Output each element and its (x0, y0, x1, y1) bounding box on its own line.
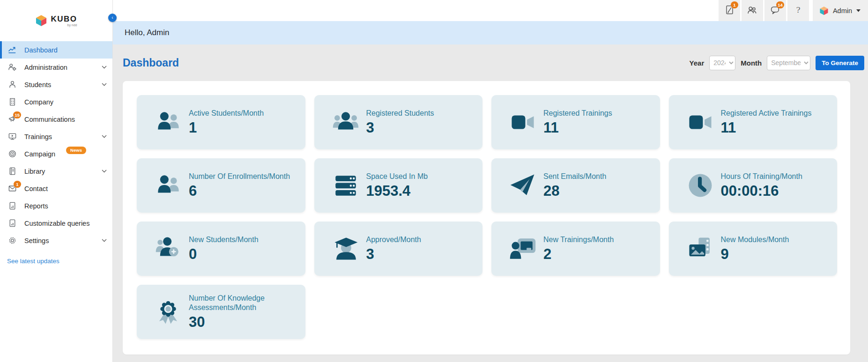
users-button[interactable] (742, 0, 763, 21)
stat-value: 3 (366, 246, 421, 262)
envelope-icon: 1 (7, 184, 17, 193)
generate-button[interactable]: To Generate (816, 56, 864, 70)
presenter-icon (508, 235, 537, 262)
chevron-down-icon (102, 135, 107, 138)
see-latest-updates-link[interactable]: See latest updates (7, 258, 59, 265)
stat-value: 30 (189, 314, 298, 330)
sidebar-item-label: Settings (24, 237, 49, 244)
stat-value: 2 (543, 246, 614, 262)
stat-value: 3 (366, 120, 434, 136)
media-modules-icon (686, 235, 715, 262)
stat-card: Active Students/Month 1 (137, 95, 305, 149)
sidebar-collapse-button[interactable]: ‹ (108, 14, 117, 22)
stat-label: New Modules/Month (721, 235, 789, 244)
help-button[interactable]: ? (787, 0, 809, 21)
page-title: Dashboard (123, 57, 179, 69)
server-stack-icon (331, 172, 360, 199)
messages-button[interactable]: 14 (764, 0, 786, 21)
sidebar-item-students[interactable]: Students (0, 76, 112, 93)
chevron-down-icon (102, 83, 107, 86)
sidebar-item-label: Contact (24, 185, 48, 192)
book-icon (7, 167, 17, 176)
question-mark-icon: ? (793, 5, 803, 16)
stat-card: Number Of Knowledge Assessments/Month 30 (137, 285, 305, 339)
sidebar-item-label: Students (24, 81, 51, 89)
sidebar-item-label: Trainings (24, 133, 52, 140)
sidebar-item-label: Administration (24, 64, 67, 71)
kubo-cube-icon (819, 6, 829, 15)
stat-value: 1 (189, 120, 264, 136)
logo-byline: by ndd (67, 23, 77, 27)
hello-bar: Hello, Admin (113, 21, 868, 44)
stat-label: Number Of Enrollments/Month (189, 172, 290, 181)
logo-brand: KUBO (51, 15, 77, 23)
admin-menu[interactable]: Admin (813, 0, 868, 21)
month-select[interactable]: September (767, 56, 810, 70)
stat-card: Hours Of Training/Month 00:00:16 (669, 158, 838, 213)
query-document-icon (7, 219, 17, 228)
medal-icon (154, 298, 183, 325)
user-plus-icon (154, 235, 183, 262)
notes-badge: 1 (731, 1, 738, 8)
stats-panel: Active Students/Month 1 Registered Stude… (123, 81, 850, 355)
chevron-down-icon (102, 239, 107, 242)
sidebar-item-label: Campaign (24, 150, 55, 158)
video-camera-icon (686, 109, 715, 136)
dashboard-chart-icon (7, 45, 17, 55)
user-group-icon (331, 109, 360, 136)
sidebar-item-contact[interactable]: 1 Contact (0, 180, 112, 197)
stat-card: Number Of Enrollments/Month 6 (137, 158, 305, 213)
graduate-icon (331, 235, 360, 262)
paper-plane-icon (508, 172, 537, 199)
stat-label: Sent Emails/Month (543, 172, 606, 181)
month-label: Month (741, 59, 762, 67)
stat-card: Space Used In Mb 1953.4 (314, 158, 483, 213)
topbar: 1 14 ? Admin (113, 0, 868, 21)
gear-icon (7, 236, 17, 245)
main-area: 1 14 ? Admin ‹ (113, 0, 868, 362)
stat-label: Space Used In Mb (366, 172, 428, 181)
users-icon (154, 172, 183, 199)
admin-user-gear-icon (7, 63, 17, 72)
kubo-cube-icon (35, 15, 47, 27)
stat-card: Sent Emails/Month 28 (491, 158, 660, 213)
sidebar-item-label: Customizable queries (24, 220, 89, 227)
sidebar-item-campaign[interactable]: Campaign News (0, 145, 112, 163)
notes-button[interactable]: 1 (719, 0, 740, 21)
year-select[interactable]: 2024 (709, 56, 735, 70)
stat-label: New Students/Month (189, 235, 259, 244)
sidebar-item-label: Communications (24, 116, 75, 123)
stat-value: 00:00:16 (721, 183, 802, 199)
stat-card: Approved/Month 3 (314, 222, 483, 276)
sidebar-item-label: Reports (24, 202, 48, 210)
stat-card: Registered Active Trainings 11 (669, 95, 838, 149)
sidebar-item-trainings[interactable]: Trainings (0, 128, 112, 145)
stat-value: 11 (543, 120, 612, 136)
chevron-down-icon (102, 66, 107, 69)
stat-label: Registered Trainings (543, 109, 612, 118)
stat-label: Number Of Knowledge Assessments/Month (189, 294, 298, 313)
sidebar-item-library[interactable]: Library (0, 163, 112, 180)
target-icon (7, 149, 17, 159)
filters: Year 2024 Month September To Generate (690, 56, 864, 70)
campaign-news-badge: News (66, 147, 86, 154)
sidebar-item-administration[interactable]: Administration (0, 59, 112, 76)
app-logo: KUBO by ndd (0, 0, 112, 41)
sidebar-item-label: Company (24, 98, 53, 106)
megaphone-icon: 15 (7, 115, 17, 124)
sidebar-item-label: Dashboard (24, 46, 58, 54)
communications-badge: 15 (13, 111, 21, 118)
sidebar-item-communications[interactable]: 15 Communications (0, 111, 112, 128)
year-label: Year (690, 59, 705, 67)
video-camera-icon (508, 109, 537, 136)
clock-icon (686, 172, 715, 199)
person-icon (7, 80, 17, 89)
sidebar-item-dashboard[interactable]: Dashboard (0, 41, 112, 59)
stat-card: New Students/Month 0 (137, 222, 305, 276)
sidebar-item-customizable-queries[interactable]: Customizable queries (0, 214, 112, 232)
sidebar-item-settings[interactable]: Settings (0, 232, 112, 249)
sidebar-item-reports[interactable]: Reports (0, 197, 112, 214)
sidebar-item-company[interactable]: Company (0, 93, 112, 111)
users-icon (154, 109, 183, 136)
stat-card: Registered Trainings 11 (491, 95, 660, 149)
